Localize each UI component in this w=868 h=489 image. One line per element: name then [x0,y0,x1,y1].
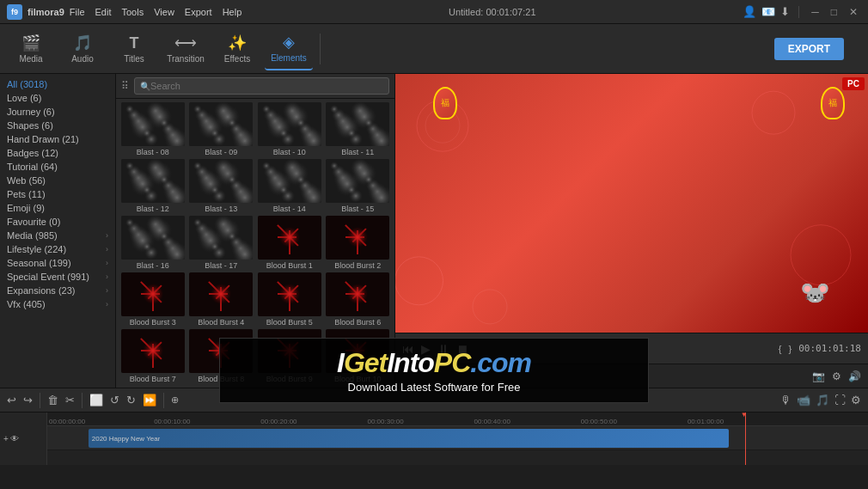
ruler-mark-20: 00:00:20:00 [260,418,296,425]
element-item[interactable]: Blast - 12 [119,159,186,214]
timeline-tracks[interactable]: 00:00:00:00 00:00:10:00 00:00:20:00 00:0… [47,413,868,465]
stop-button[interactable]: ⏹ [456,342,468,356]
sidebar-item-journey[interactable]: Journey (6) [0,105,115,119]
element-thumbnail [189,159,253,203]
element-item[interactable]: Blast - 17 [188,216,255,271]
timeline-right-controls: 🎙 📹 🎵 ⛶ ⚙ [780,394,861,406]
pc-logo: PC [842,77,865,90]
sidebar-item-handdrawn[interactable]: Hand Drawn (21) [0,132,115,146]
element-item[interactable]: Blood Burst 5 [256,272,323,327]
element-label: Blood Burst 3 [119,316,186,327]
sidebar-item-emoji[interactable]: Emoji (9) [0,201,115,215]
sidebar-item-media[interactable]: Media (985) › [0,229,115,242]
menu-file[interactable]: File [70,7,85,17]
rotate-ccw-button[interactable]: ↺ [110,394,119,406]
sidebar-item-expansions[interactable]: Expansions (23) › [0,284,115,297]
music-button[interactable]: 🎵 [816,394,829,406]
element-item[interactable]: Blood Burst 4 [188,272,255,327]
tab-transition[interactable]: ⟷ Transition [162,28,210,70]
sidebar-item-favourite[interactable]: Favourite (0) [0,215,115,229]
export-button[interactable]: EXPORT [774,38,844,60]
mic-button[interactable]: 🎙 [780,394,792,406]
skip-back-button[interactable]: ⏮ [402,342,414,356]
sep2 [82,393,83,408]
play-button[interactable]: ▶ [421,342,431,356]
menu-tools[interactable]: Tools [122,7,144,17]
playhead[interactable] [745,413,746,465]
sidebar-item-vfx[interactable]: Vfx (405) › [0,297,115,311]
menu-edit[interactable]: Edit [95,7,112,17]
element-thumbnail [326,216,389,260]
element-item[interactable]: Blast - 14 [256,159,323,214]
menu-help[interactable]: Help [223,7,242,17]
sidebar-item-special-event[interactable]: Special Event (991) › [0,270,115,284]
menu-view[interactable]: View [154,7,174,17]
speed-button[interactable]: ⏩ [143,394,156,406]
element-item[interactable]: Blast - 16 [119,216,186,271]
element-item[interactable]: Blast - 15 [325,159,392,214]
element-item[interactable]: Blood Burst 2 [325,216,392,271]
element-thumbnail [121,329,185,373]
settings-icon[interactable]: ⚙ [832,370,841,382]
rotate-cw-button[interactable]: ↻ [126,394,136,406]
search-input[interactable] [150,81,383,91]
element-thumbnail [121,102,185,146]
account-icon[interactable]: 👤 [743,5,756,18]
snapshot-icon[interactable]: 📷 [812,370,825,382]
delete-button[interactable]: 🗑 [47,394,58,406]
grid-view-icon[interactable]: ⠿ [121,80,129,92]
crop-button[interactable]: ⬜ [89,394,103,406]
element-item[interactable]: Blast - 11 [325,102,392,157]
redo-button[interactable]: ↪ [23,394,33,406]
minimize-button[interactable]: ─ [808,6,822,18]
add-track-icon[interactable]: + [3,434,9,443]
sidebar-item-love[interactable]: Love (6) [0,91,115,105]
element-item[interactable]: Blood Burst 7 [119,329,186,384]
tab-titles[interactable]: T Titles [110,28,158,70]
sidebar-item-all[interactable]: All (3018) [0,77,115,91]
tab-media[interactable]: 🎬 Media [7,28,55,70]
undo-button[interactable]: ↩ [7,394,16,406]
element-item[interactable]: Blast - 09 [188,102,255,157]
sidebar-item-seasonal[interactable]: Seasonal (199) › [0,256,115,270]
element-item[interactable]: Blood Burst 8 [188,329,255,384]
element-item[interactable]: Blood Burst 1 [256,216,323,271]
element-item[interactable]: Blood Burst 3 [119,272,186,327]
tab-elements[interactable]: ◈ Elements [265,28,313,70]
sidebar-item-badges[interactable]: Badges (12) [0,146,115,160]
notification-icon[interactable]: 📧 [761,5,775,18]
menu-export[interactable]: Export [185,7,212,17]
close-button[interactable]: ✕ [846,6,861,18]
sidebar-item-lifestyle[interactable]: Lifestyle (224) › [0,242,115,256]
element-item[interactable]: Blood Burt 10 [325,329,392,384]
sidebar-item-tutorial[interactable]: Tutorial (64) [0,160,115,174]
sidebar-item-web[interactable]: Web (56) [0,174,115,187]
maximize-button[interactable]: □ [828,6,840,18]
settings-button[interactable]: ⚙ [851,394,861,406]
tab-media-label: Media [19,54,42,64]
eye-icon[interactable]: 👁 [10,434,19,443]
pause-button[interactable]: ⏸ [437,342,449,356]
element-label: Blood Burst 5 [256,316,323,327]
element-item[interactable]: Blood Burst 9 [256,329,323,384]
zoom-icon[interactable]: ⊕ [171,394,179,406]
element-thumbnail [258,159,321,203]
clip-1[interactable]: 2020 Happy New Year [89,429,729,448]
out-point-button[interactable]: } [788,344,792,354]
element-item[interactable]: Blast - 10 [256,102,323,157]
sidebar-item-shapes[interactable]: Shapes (6) [0,119,115,132]
fullscreen-button[interactable]: ⛶ [834,394,846,406]
element-item[interactable]: Blood Burst 6 [325,272,392,327]
lantern-left: 福 [433,87,457,119]
element-item[interactable]: Blast - 08 [119,102,186,157]
sidebar-item-pets[interactable]: Pets (11) [0,187,115,201]
tab-audio[interactable]: 🎵 Audio [58,28,107,70]
in-point-button[interactable]: { [779,344,782,354]
cut-button[interactable]: ✂ [65,394,75,406]
element-item[interactable]: Blast - 13 [188,159,255,214]
camera-button[interactable]: 📹 [797,394,810,406]
audio-mix-icon[interactable]: 🔊 [848,370,861,382]
download-icon[interactable]: ⬇ [780,5,790,18]
search-icon: 🔍 [140,82,150,91]
tab-effects[interactable]: ✨ Effects [213,28,261,70]
